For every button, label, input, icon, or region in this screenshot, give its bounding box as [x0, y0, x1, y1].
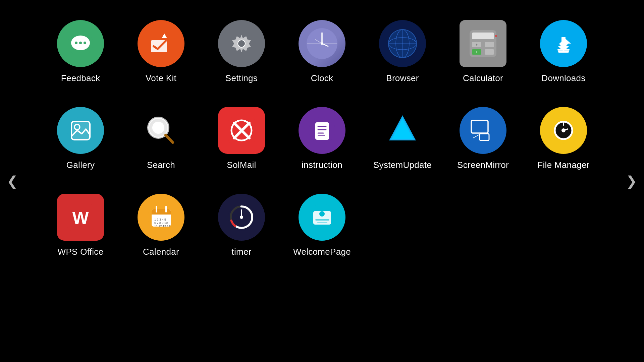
app-icon-systemupdate — [379, 107, 426, 154]
svg-text:−: − — [488, 50, 490, 54]
app-icon-wpsoffice: W — [57, 194, 104, 241]
nav-right-arrow[interactable]: ❯ — [623, 170, 641, 192]
app-item-instruction[interactable]: instruction — [282, 100, 362, 177]
app-icon-search — [138, 107, 184, 154]
app-label-clock: Clock — [311, 73, 333, 83]
app-icon-timer — [218, 194, 265, 241]
svg-text:+: + — [476, 50, 478, 54]
app-icon-feedback — [57, 20, 104, 67]
app-label-wpsoffice: WPS Office — [58, 247, 104, 257]
app-icon-instruction — [299, 107, 345, 154]
svg-point-2 — [75, 42, 77, 44]
svg-text:1  2  3  4  5: 1 2 3 4 5 — [154, 218, 166, 221]
app-label-search: Search — [147, 160, 175, 170]
app-item-calendar[interactable]: 1 2 3 4 5 6 7 8 9 10 11 12 13 14 Calenda… — [121, 187, 201, 264]
app-icon-screenmirror — [460, 107, 506, 154]
app-label-screenmirror: ScreenMirror — [457, 160, 509, 170]
app-item-wpsoffice[interactable]: W WPS Office — [40, 187, 121, 264]
svg-text:−: − — [488, 34, 491, 39]
app-item-empty — [362, 187, 443, 264]
app-label-systemupdate: SystemUpdate — [373, 160, 432, 170]
app-label-welcomepage: WelcomePage — [293, 247, 351, 257]
app-icon-welcomepage — [299, 194, 345, 241]
svg-rect-26 — [472, 33, 494, 39]
app-icon-downloads — [540, 20, 587, 67]
app-item-screenmirror[interactable]: ScreenMirror — [443, 100, 523, 177]
svg-text:=: = — [488, 43, 490, 47]
app-label-browser: Browser — [386, 73, 419, 83]
app-item-empty — [443, 187, 523, 264]
svg-marker-64 — [392, 119, 413, 139]
app-label-gallery: Gallery — [66, 160, 95, 170]
app-label-feedback: Feedback — [61, 73, 100, 83]
app-label-settings: Settings — [225, 73, 258, 83]
svg-line-50 — [166, 135, 173, 142]
app-icon-calculator: − ✕ + = + − — [460, 20, 506, 67]
svg-text:✕: ✕ — [494, 34, 498, 39]
app-label-downloads: Downloads — [541, 73, 585, 83]
svg-text:+: + — [476, 43, 478, 47]
app-item-gallery[interactable]: Gallery — [40, 100, 121, 177]
svg-text:W: W — [72, 208, 89, 228]
svg-point-4 — [84, 42, 86, 44]
svg-rect-94 — [315, 219, 329, 221]
app-item-settings[interactable]: Settings — [201, 13, 282, 90]
svg-point-3 — [79, 42, 82, 44]
app-label-votekit: Vote Kit — [146, 73, 176, 83]
svg-rect-95 — [317, 222, 327, 223]
app-icon-solmail — [218, 107, 265, 154]
app-item-clock[interactable]: Clock — [282, 13, 362, 90]
svg-point-49 — [152, 122, 164, 134]
app-icon-filemanager — [540, 107, 587, 154]
svg-point-9 — [238, 40, 245, 47]
svg-text:6  7  8  9 10: 6 7 8 9 10 — [154, 221, 168, 225]
nav-left-arrow[interactable]: ❮ — [3, 170, 21, 192]
app-item-timer[interactable]: timer — [201, 187, 282, 264]
app-item-filemanager[interactable]: File Manager — [523, 100, 604, 177]
svg-rect-71 — [563, 122, 564, 126]
app-item-votekit[interactable]: Vote Kit — [121, 13, 201, 90]
app-icon-browser — [379, 20, 426, 67]
app-icon-clock — [299, 20, 345, 67]
svg-point-51 — [154, 123, 159, 128]
svg-text:11 12 13 14: 11 12 13 14 — [154, 225, 170, 228]
app-item-calculator[interactable]: − ✕ + = + − Calculator — [443, 13, 523, 90]
app-label-calculator: Calculator — [463, 73, 503, 83]
app-item-downloads[interactable]: Downloads — [523, 13, 604, 90]
app-item-empty — [523, 187, 604, 264]
app-item-welcomepage[interactable]: WelcomePage — [282, 187, 362, 264]
app-icon-gallery — [57, 107, 104, 154]
app-grid: FeedbackVote KitSettings Clock Browser — [20, 0, 624, 277]
app-icon-settings — [218, 20, 265, 67]
svg-point-93 — [319, 211, 325, 217]
svg-rect-79 — [152, 213, 171, 215]
svg-marker-7 — [162, 34, 167, 38]
svg-rect-41 — [558, 51, 569, 53]
app-item-systemupdate[interactable]: SystemUpdate — [362, 100, 443, 177]
svg-rect-65 — [470, 117, 496, 144]
svg-rect-57 — [315, 122, 329, 140]
app-label-timer: timer — [231, 247, 251, 257]
app-item-solmail[interactable]: SolMail — [201, 100, 282, 177]
app-label-instruction: instruction — [302, 160, 342, 170]
app-icon-calendar: 1 2 3 4 5 6 7 8 9 10 11 12 13 14 — [138, 194, 184, 241]
app-icon-votekit — [138, 20, 184, 67]
app-label-solmail: SolMail — [227, 160, 256, 170]
app-label-filemanager: File Manager — [537, 160, 589, 170]
app-item-browser[interactable]: Browser — [362, 13, 443, 90]
app-label-calendar: Calendar — [143, 247, 179, 257]
app-item-feedback[interactable]: Feedback — [40, 13, 121, 90]
svg-rect-40 — [561, 37, 566, 46]
app-item-search[interactable]: Search — [121, 100, 201, 177]
